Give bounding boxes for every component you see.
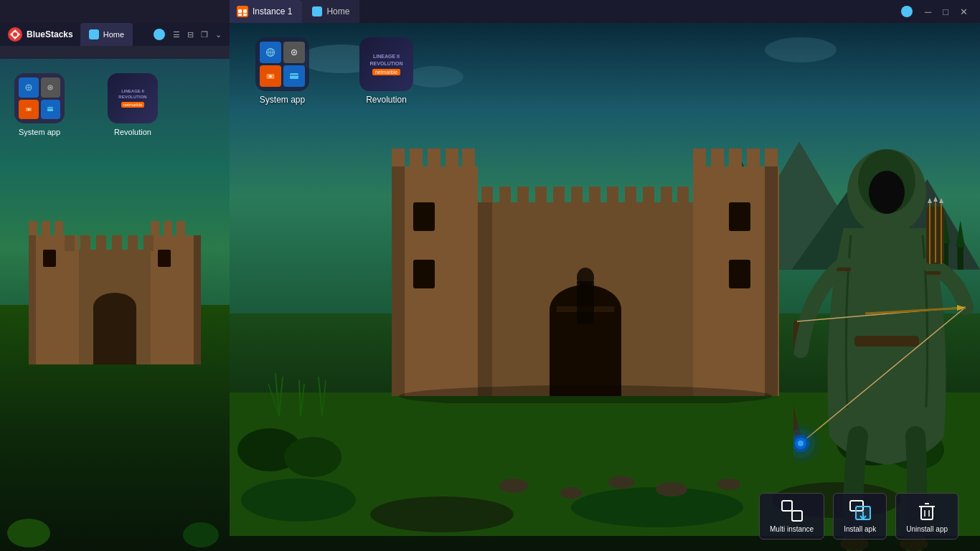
multi-instance-icon bbox=[781, 499, 804, 522]
svg-rect-61 bbox=[711, 149, 724, 169]
svg-marker-133 bbox=[939, 198, 943, 203]
svg-rect-13 bbox=[80, 235, 90, 251]
svg-rect-64 bbox=[765, 149, 778, 169]
svg-point-101 bbox=[717, 479, 740, 490]
svg-rect-51 bbox=[392, 149, 405, 169]
svg-marker-131 bbox=[928, 198, 932, 203]
brand-label: BlueStacks bbox=[27, 29, 73, 39]
system-app-label-inst: System app bbox=[260, 95, 305, 105]
svg-rect-11 bbox=[176, 221, 185, 237]
instance-close-icon[interactable]: ✕ bbox=[955, 5, 973, 19]
svg-point-142 bbox=[793, 423, 821, 463]
apps-inst-icon bbox=[283, 65, 305, 87]
svg-rect-74 bbox=[571, 187, 583, 204]
svg-point-98 bbox=[560, 487, 582, 499]
svg-point-94 bbox=[284, 437, 341, 477]
svg-rect-62 bbox=[729, 149, 742, 169]
svg-rect-84 bbox=[478, 202, 492, 396]
svg-rect-21 bbox=[158, 250, 171, 267]
cloud-3 bbox=[765, 37, 837, 62]
instance-tab-icon bbox=[237, 6, 248, 17]
bush-left-1 bbox=[7, 519, 50, 547]
svg-rect-117 bbox=[290, 73, 298, 79]
castle-svg-left bbox=[0, 178, 230, 379]
instance-window: Instance 1 Home ─ □ ✕ bbox=[227, 0, 980, 551]
svg-rect-144 bbox=[792, 511, 802, 521]
left-panel-content: System app LINEAGE IIREVOLUTION netmarbl… bbox=[0, 59, 230, 551]
home-tab-icon bbox=[89, 29, 99, 39]
svg-rect-70 bbox=[499, 187, 511, 204]
left-window-controls: ☰ ⊟ ❐ ⌄ bbox=[154, 29, 230, 41]
svg-point-90 bbox=[370, 496, 514, 532]
svg-rect-5 bbox=[29, 221, 37, 237]
left-panel-tabs: BlueStacks Home ☰ ⊟ ❐ ⌄ My Apps bbox=[0, 23, 230, 59]
svg-point-99 bbox=[608, 476, 634, 489]
instance-home-tab[interactable]: Home bbox=[302, 0, 359, 23]
bottom-action-bar: Multi instance Install apk bbox=[759, 493, 958, 540]
svg-rect-136 bbox=[837, 268, 851, 271]
gear-inst-icon bbox=[283, 42, 305, 63]
castle-main bbox=[377, 95, 793, 403]
svg-rect-75 bbox=[589, 187, 600, 204]
globe-mini-icon bbox=[19, 77, 39, 98]
archer-figure bbox=[793, 135, 980, 551]
instance-maximize-icon[interactable]: □ bbox=[938, 5, 953, 19]
minimize-icon[interactable]: ⊟ bbox=[184, 29, 197, 41]
left-home-tab[interactable]: Home bbox=[80, 23, 133, 46]
svg-rect-31 bbox=[47, 107, 53, 111]
revolution-label-inst: Revolution bbox=[366, 95, 407, 105]
system-app-item-left[interactable]: System app bbox=[14, 73, 65, 136]
svg-rect-77 bbox=[625, 187, 636, 204]
bluestacks-icon bbox=[7, 27, 23, 42]
cloud-2 bbox=[406, 66, 463, 88]
svg-rect-73 bbox=[553, 187, 565, 204]
svg-point-2 bbox=[13, 32, 17, 37]
svg-line-105 bbox=[299, 380, 301, 416]
svg-rect-54 bbox=[446, 149, 458, 169]
camera-mini-icon bbox=[19, 100, 39, 120]
svg-rect-66 bbox=[729, 260, 750, 288]
install-apk-button[interactable]: Install apk bbox=[833, 493, 887, 540]
foreground-plants-left bbox=[265, 359, 336, 419]
app-grid-instance: System app LINEAGE IIREVOLUTION netmarbl… bbox=[255, 37, 413, 105]
install-apk-icon bbox=[849, 499, 872, 522]
chevron-down-icon[interactable]: ⌄ bbox=[212, 29, 225, 41]
svg-rect-80 bbox=[677, 187, 689, 204]
svg-point-91 bbox=[571, 487, 743, 527]
multi-instance-button[interactable]: Multi instance bbox=[759, 493, 824, 540]
instance-game-content: System app LINEAGE IIREVOLUTION netmarbl… bbox=[227, 23, 980, 551]
apps-mini-icon bbox=[41, 100, 61, 120]
svg-rect-12 bbox=[65, 235, 75, 251]
system-app-item-inst[interactable]: System app bbox=[255, 37, 309, 105]
svg-point-28 bbox=[50, 86, 52, 88]
instance-title-bar: Instance 1 Home ─ □ ✕ bbox=[227, 0, 980, 23]
svg-point-121 bbox=[869, 171, 905, 214]
instance-home-label: Home bbox=[326, 6, 349, 17]
instance-tab-label: Instance 1 bbox=[253, 6, 292, 17]
instance-home-icon bbox=[312, 6, 322, 17]
resize-icon[interactable]: ❐ bbox=[197, 29, 212, 41]
instance-minimize-icon[interactable]: ─ bbox=[920, 5, 936, 19]
svg-point-89 bbox=[241, 479, 356, 522]
hamburger-icon[interactable]: ☰ bbox=[169, 29, 184, 41]
multi-instance-label: Multi instance bbox=[770, 525, 814, 533]
revolution-label-left: Revolution bbox=[114, 128, 151, 136]
bluestacks-logo: BlueStacks bbox=[0, 27, 80, 42]
svg-rect-79 bbox=[661, 187, 672, 204]
svg-rect-55 bbox=[462, 149, 475, 169]
castle-main-svg bbox=[377, 95, 793, 403]
plants-svg-left bbox=[265, 359, 336, 416]
system-app-icon-inst bbox=[255, 37, 309, 91]
svg-rect-6 bbox=[42, 221, 50, 237]
instance-1-tab[interactable]: Instance 1 bbox=[227, 0, 302, 23]
app-grid-left: System app LINEAGE IIREVOLUTION netmarbl… bbox=[14, 73, 158, 136]
svg-point-30 bbox=[27, 108, 29, 110]
svg-rect-143 bbox=[782, 501, 792, 511]
revolution-item-left[interactable]: LINEAGE IIREVOLUTION netmarble Revolutio… bbox=[108, 73, 158, 136]
revolution-item-inst[interactable]: LINEAGE IIREVOLUTION netmarble Revolutio… bbox=[359, 37, 413, 105]
svg-rect-9 bbox=[151, 221, 159, 237]
svg-rect-58 bbox=[392, 166, 405, 396]
svg-rect-35 bbox=[243, 9, 247, 13]
svg-rect-137 bbox=[926, 271, 941, 275]
uninstall-app-button[interactable]: Uninstall app bbox=[895, 493, 958, 540]
